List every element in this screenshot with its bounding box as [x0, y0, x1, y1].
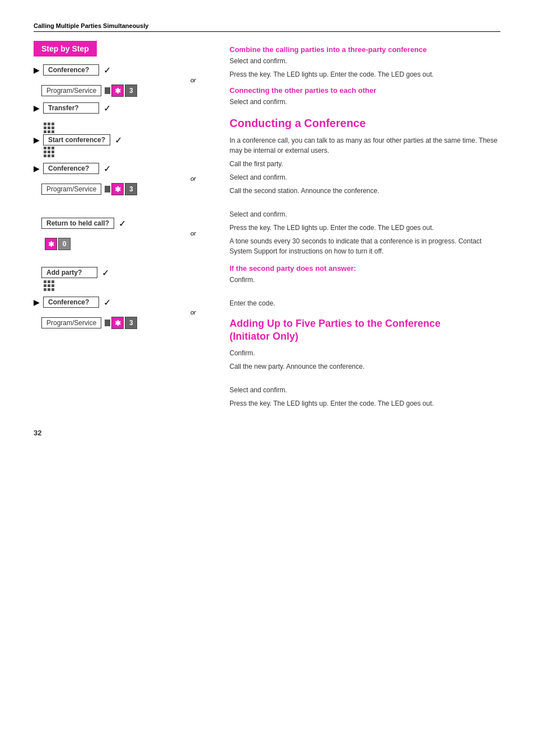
key-group-2: ✱ 3	[105, 183, 137, 195]
conducting-text-5: Press the key. The LED lights up. Enter …	[229, 223, 500, 233]
conducting-text-1: Call the first party.	[229, 159, 500, 169]
conducting-text-3: Call the second station. Announce the co…	[229, 186, 500, 196]
check-icon-6: ✓	[102, 267, 109, 278]
or-text-2: or	[34, 175, 213, 182]
dots-row-2	[34, 147, 213, 157]
page-container: Calling Multiple Parties Simultaneously …	[34, 22, 500, 437]
prog-service-btn-3[interactable]: Program/Service	[41, 317, 101, 328]
combine-text-1: Select and confirm.	[229, 56, 500, 66]
conducting-text-6: A tone sounds every 30 seconds to indica…	[229, 236, 500, 256]
step-group-6: Add party? ✓	[34, 267, 213, 291]
dots-grid-3	[44, 280, 58, 291]
conference-btn-2[interactable]: Conference?	[43, 163, 99, 174]
second-party-text-1: Confirm.	[229, 275, 500, 285]
conference-row-1: ▶ Conference? ✓	[34, 64, 213, 76]
check-icon-4: ✓	[104, 163, 111, 174]
key-num-3-1[interactable]: 3	[125, 84, 137, 97]
adding-text-3: Select and confirm.	[229, 385, 500, 395]
dots-row-3	[34, 280, 213, 291]
second-party-heading: If the second party does not answer:	[229, 264, 500, 273]
transfer-btn[interactable]: Transfer?	[43, 102, 99, 114]
key-star-1[interactable]: ✱	[111, 84, 124, 97]
key-num-0[interactable]: 0	[58, 238, 71, 250]
section-header: Calling Multiple Parties Simultaneously	[34, 22, 500, 32]
arrow-icon-3: ▶	[34, 135, 40, 144]
adding-text-4: Press the key. The LED lights up. Enter …	[229, 398, 500, 408]
adding-text-2: Call the new party. Announce the confere…	[229, 361, 500, 372]
key-separator-1	[105, 87, 110, 94]
spacer-2	[229, 288, 500, 298]
page-number: 32	[34, 429, 500, 437]
prog-row-1: Program/Service ✱ 3	[41, 84, 213, 97]
conference-btn-1[interactable]: Conference?	[43, 64, 99, 76]
key-group-1: ✱ 3	[105, 84, 137, 97]
add-party-btn[interactable]: Add party?	[41, 267, 97, 278]
start-conference-row: ▶ Start conference? ✓	[34, 134, 213, 145]
return-held-row: Return to held call? ✓	[34, 218, 213, 229]
combine-text-2: Press the key. The LED lights up. Enter …	[229, 69, 500, 79]
check-icon-3: ✓	[115, 135, 122, 145]
adding-title: Adding Up to Five Parties to the Confere…	[229, 317, 500, 344]
step-group-4: ▶ Conference? ✓ or Program/Service ✱ 3	[34, 163, 213, 195]
key-star-2[interactable]: ✱	[111, 183, 124, 195]
key-star-4[interactable]: ✱	[111, 317, 124, 329]
step-group-5: Return to held call? ✓ or ✱ 0	[34, 218, 213, 250]
main-layout: Step by Step ▶ Conference? ✓ or Program/…	[34, 41, 500, 412]
prog-row-3: Program/Service ✱ 3	[41, 317, 213, 329]
dots-row-1	[34, 123, 213, 133]
start-conference-btn[interactable]: Start conference?	[43, 134, 110, 145]
arrow-icon-5: ▶	[34, 298, 40, 307]
return-held-btn[interactable]: Return to held call?	[41, 218, 114, 229]
key-group-3: ✱ 0	[45, 238, 71, 250]
conference-row-2: ▶ Conference? ✓	[34, 163, 213, 174]
conducting-title: Conducting a Conference	[229, 117, 500, 130]
step-group-1: ▶ Conference? ✓ or Program/Service ✱ 3	[34, 64, 213, 97]
step-group-3: ▶ Start conference? ✓	[34, 123, 213, 157]
conference-btn-3[interactable]: Conference?	[43, 297, 99, 308]
or-text-4: or	[34, 309, 213, 316]
dots-grid-1	[44, 123, 58, 133]
or-text-3: or	[34, 230, 213, 237]
conducting-text-4: Select and confirm.	[229, 209, 500, 219]
arrow-icon-4: ▶	[34, 164, 40, 173]
spacer-1	[229, 199, 500, 209]
step-group-2: ▶ Transfer? ✓	[34, 102, 213, 114]
combine-heading: Combine the calling parties into a three…	[229, 45, 500, 54]
check-icon-5: ✓	[119, 218, 126, 229]
arrow-icon-2: ▶	[34, 104, 40, 112]
prog-service-btn-1[interactable]: Program/Service	[41, 85, 101, 96]
right-column: Combine the calling parties into a three…	[224, 41, 500, 412]
star-zero-row: ✱ 0	[41, 238, 213, 250]
connecting-heading: Connecting the other parties to each oth…	[229, 86, 500, 95]
key-num-3-2[interactable]: 3	[125, 183, 137, 195]
key-group-4: ✱ 3	[105, 317, 137, 329]
key-separator-2	[105, 186, 110, 192]
prog-row-2: Program/Service ✱ 3	[41, 183, 213, 195]
key-separator-3	[105, 320, 110, 326]
left-column: Step by Step ▶ Conference? ✓ or Program/…	[34, 41, 224, 412]
adding-text-1: Confirm.	[229, 348, 500, 358]
key-num-3-3[interactable]: 3	[125, 317, 137, 329]
conducting-text-2: Select and confirm.	[229, 172, 500, 182]
check-icon-1: ✓	[104, 65, 111, 76]
arrow-icon-1: ▶	[34, 65, 40, 74]
key-star-3[interactable]: ✱	[45, 238, 57, 250]
transfer-row: ▶ Transfer? ✓	[34, 102, 213, 114]
conference-row-3: ▶ Conference? ✓	[34, 297, 213, 308]
step-group-7: ▶ Conference? ✓ or Program/Service ✱ 3	[34, 297, 213, 329]
step-by-step-label: Step by Step	[34, 41, 97, 57]
spacer-3	[229, 375, 500, 385]
or-text-1: or	[34, 77, 213, 83]
second-party-text-2: Enter the code.	[229, 298, 500, 308]
check-icon-7: ✓	[104, 297, 111, 308]
dots-grid-2	[44, 147, 58, 157]
connecting-text-1: Select and confirm.	[229, 97, 500, 107]
conducting-intro: In a conference call, you can talk to as…	[229, 135, 500, 156]
add-party-row: Add party? ✓	[34, 267, 213, 278]
prog-service-btn-2[interactable]: Program/Service	[41, 184, 101, 195]
check-icon-2: ✓	[104, 103, 111, 114]
